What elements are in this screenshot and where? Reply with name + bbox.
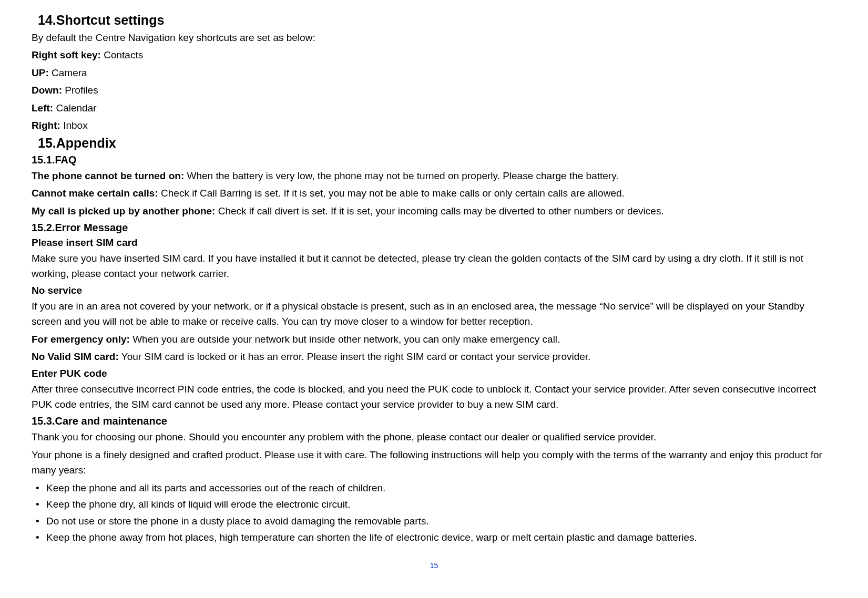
shortcut-value: Profiles [62,85,98,96]
error-novalid-label: No Valid SIM card: [32,351,119,362]
error-sim-text: Make sure you have inserted SIM card. If… [32,251,836,282]
page-number: 15 [32,561,836,570]
error-puk-heading: Enter PUK code [32,368,836,379]
list-item: Do not use or store the phone in a dusty… [32,513,836,529]
list-item: Keep the phone dry, all kinds of liquid … [32,497,836,512]
shortcut-value: Calendar [53,102,96,114]
faq-text: Check if call divert is set. If it is se… [215,205,663,216]
shortcut-label: Right: [32,120,60,131]
faq-label: My call is picked up by another phone: [32,205,215,216]
shortcut-value: Inbox [60,120,88,131]
section-14-intro: By default the Centre Navigation key sho… [32,30,836,45]
faq-label: Cannot make certain calls: [32,188,158,199]
error-noservice-heading: No service [32,285,836,296]
faq-label: The phone cannot be turned on: [32,170,184,181]
list-item: Keep the phone and all its parts and acc… [32,480,836,496]
error-noservice-text: If you are in an area not covered by you… [32,298,836,329]
shortcut-label: Left: [32,102,53,114]
faq-item: Cannot make certain calls: Check if Call… [32,185,836,201]
document-page: 14.Shortcut settings By default the Cent… [0,0,868,585]
care-p2: Your phone is a finely designed and craf… [32,447,836,478]
shortcut-row-right-soft-key: Right soft key: Contacts [32,47,836,63]
error-emergency-label: For emergency only: [32,334,130,345]
faq-item: The phone cannot be turned on: When the … [32,168,836,183]
faq-text: When the battery is very low, the phone … [184,170,618,181]
shortcut-row-up: UP: Camera [32,65,836,80]
shortcut-value: Camera [49,67,87,78]
error-sim-heading: Please insert SIM card [32,237,836,249]
shortcut-label: UP: [32,67,49,78]
shortcut-label: Right soft key: [32,49,101,60]
faq-item: My call is picked up by another phone: C… [32,203,836,219]
section-15-heading: 15.Appendix [38,136,836,151]
error-puk-text: After three consecutive incorrect PIN co… [32,382,836,413]
faq-heading: 15.1.FAQ [32,154,836,166]
error-novalid-text: Your SIM card is locked or it has an err… [119,351,591,362]
shortcut-value: Contacts [101,49,143,60]
error-message-heading: 15.2.Error Message [32,222,836,234]
faq-text: Check if Call Barring is set. If it is s… [158,188,625,199]
care-p1: Thank you for choosing our phone. Should… [32,429,836,445]
shortcut-label: Down: [32,85,62,96]
list-item: Keep the phone away from hot places, hig… [32,530,836,545]
error-emergency-text: When you are outside your network but in… [130,334,560,345]
section-14-heading: 14.Shortcut settings [38,13,836,28]
care-heading: 15.3.Care and maintenance [32,415,836,427]
error-novalid-line: No Valid SIM card: Your SIM card is lock… [32,349,836,364]
shortcut-row-right: Right: Inbox [32,118,836,133]
error-emergency-line: For emergency only: When you are outside… [32,332,836,347]
shortcut-row-down: Down: Profiles [32,83,836,98]
care-bullet-list: Keep the phone and all its parts and acc… [32,480,836,545]
shortcut-row-left: Left: Calendar [32,100,836,116]
